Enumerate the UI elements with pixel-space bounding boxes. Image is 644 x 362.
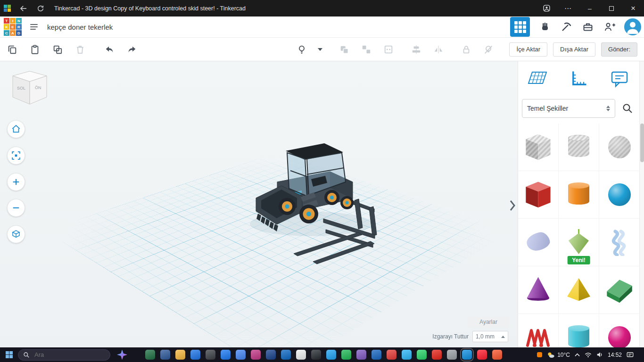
lock-button[interactable] [459,42,474,57]
light-bulb-button[interactable] [294,42,309,57]
settings-button[interactable]: Ayarlar [468,317,509,327]
taskbar-app-icon[interactable] [160,350,170,360]
sim-hand-icon[interactable] [537,20,552,34]
shape-tile-box[interactable] [518,171,559,219]
taskbar-app-icon[interactable] [236,350,246,360]
group-edit-button[interactable] [381,42,396,57]
network-icon[interactable] [585,352,592,358]
import-button[interactable]: İçe Aktar [509,42,547,57]
search-icon-button[interactable] [619,100,636,117]
briefcase-icon[interactable] [581,20,595,34]
shape-tile-squiggle[interactable] [599,219,640,266]
panel-collapse-chevron-icon[interactable] [508,198,517,214]
weather-widget[interactable]: 10°C [547,352,570,358]
taskbar-app-icon[interactable] [281,350,291,360]
perspective-toggle-button[interactable] [7,225,25,243]
minecraft-pickaxe-icon[interactable] [559,20,573,34]
taskbar-app-icon[interactable] [221,350,231,360]
invite-person-icon[interactable] [603,20,617,34]
taskbar-app-icon[interactable] [341,350,351,360]
maximize-button[interactable] [601,0,622,16]
taskbar-search[interactable] [18,349,110,361]
workplane-panel-button[interactable] [526,66,551,91]
hidden-icons-chevron[interactable] [575,353,580,357]
taskbar-app-icon-active[interactable] [462,350,472,360]
copy-button[interactable] [5,42,20,57]
taskbar-app-icon[interactable] [190,350,200,360]
taskbar-app-icon[interactable] [477,350,487,360]
shape-tile-sphere[interactable] [599,171,640,219]
taskbar-app-icon[interactable] [417,350,427,360]
avatar[interactable] [624,18,641,35]
more-icon[interactable]: ⋯ [557,0,579,16]
taskbar-app-icon[interactable] [492,350,502,360]
clock[interactable]: 14:52 [608,352,622,358]
panel-scrollbar[interactable] [639,61,644,347]
taskbar-app-icon[interactable] [175,350,185,360]
home-view-button[interactable] [7,120,25,138]
ruler-panel-button[interactable] [566,66,592,91]
send-button[interactable]: Gönder: [601,42,637,57]
taskbar-app-icon[interactable] [387,350,396,360]
snap-grid-select[interactable]: 1,0 mm [472,331,508,342]
undo-button[interactable] [102,42,117,57]
copilot-icon[interactable] [117,350,127,360]
shape-category-select[interactable]: Temel Şekiller [522,99,615,118]
taskbar-app-icon[interactable] [402,350,412,360]
group-button[interactable] [337,42,352,57]
tinkercad-logo[interactable]: T I N K E R C A D [4,18,22,36]
shape-tile-cylinder[interactable] [559,171,599,219]
redo-button[interactable] [124,42,140,57]
browser-profile-icon[interactable] [536,0,557,16]
taskbar-app-icon[interactable] [145,350,155,360]
volume-icon[interactable] [596,352,603,358]
shape-tile-hole-sphere[interactable] [599,123,640,171]
taskbar-app-icon[interactable] [296,350,306,360]
shape-tile-hole-cylinder[interactable] [559,123,599,171]
paste-button[interactable] [27,42,42,57]
taskbar-app-icon[interactable] [206,350,215,360]
taskbar-app-icon[interactable] [356,350,366,360]
delete-button[interactable] [73,42,88,57]
shape-tile-roof[interactable] [599,266,640,314]
taskbar-app-icon[interactable] [311,350,321,360]
shape-tile-spinning-top[interactable]: Yeni! [559,219,599,266]
view-3d-button[interactable] [510,17,530,37]
zoom-in-button[interactable] [7,173,25,191]
export-button[interactable]: Dışa Aktar [553,42,595,57]
fit-view-button[interactable] [7,147,25,165]
design-name[interactable]: kepçe doner tekerlek [47,23,113,31]
scrollbar-thumb[interactable] [640,123,644,162]
shape-tile-round[interactable] [599,314,640,347]
ungroup-button[interactable] [359,42,374,57]
light-dropdown-icon[interactable] [316,42,324,57]
shape-tile-tube[interactable] [559,314,599,347]
menu-icon[interactable] [28,21,41,33]
shape-tile-cone[interactable] [518,266,559,314]
taskbar-app-icon[interactable] [266,350,276,360]
back-button[interactable] [17,2,31,15]
view-cube[interactable]: SOL ÖN [9,70,52,115]
taskbar-app-icon[interactable] [447,350,457,360]
notes-panel-button[interactable] [607,66,632,91]
tray-app-icon[interactable] [537,352,542,357]
shape-tile-text[interactable] [518,314,559,347]
refresh-button[interactable] [33,2,48,15]
shape-tile-hole-box[interactable] [518,123,559,171]
zoom-out-button[interactable] [7,199,25,217]
notification-center-icon[interactable] [627,352,634,358]
duplicate-button[interactable] [50,42,65,57]
shape-tile-scribble[interactable] [518,219,559,266]
search-input[interactable] [33,351,95,359]
taskbar-app-icon[interactable] [251,350,261,360]
minimize-button[interactable]: – [579,0,601,16]
hide-button[interactable] [481,42,496,57]
taskbar-app-icon[interactable] [432,350,442,360]
align-button[interactable] [409,42,424,57]
taskbar-app-icon[interactable] [326,350,336,360]
start-button[interactable] [0,347,18,362]
taskbar-app-icon[interactable] [372,350,381,360]
shape-tile-pyramid[interactable] [559,266,599,314]
skid-steer-model[interactable] [250,143,377,264]
flip-mirror-button[interactable] [431,42,446,57]
